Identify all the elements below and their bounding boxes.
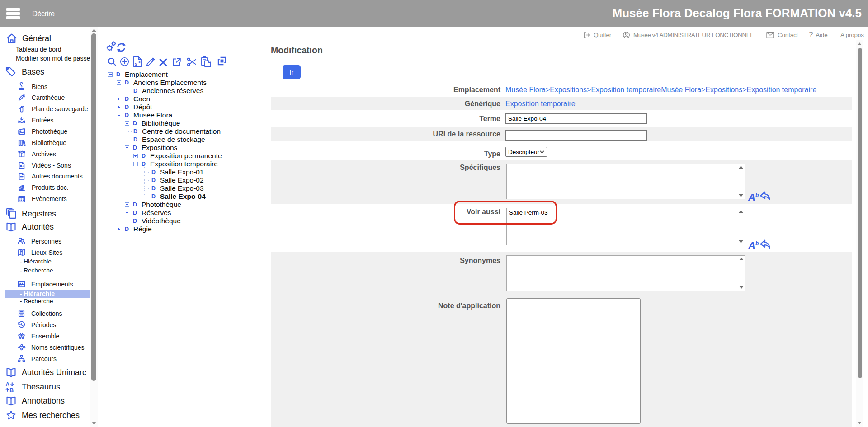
svg-text:B: B [9,387,14,393]
svg-text:A: A [5,381,9,388]
svg-text:s: s [135,61,137,66]
